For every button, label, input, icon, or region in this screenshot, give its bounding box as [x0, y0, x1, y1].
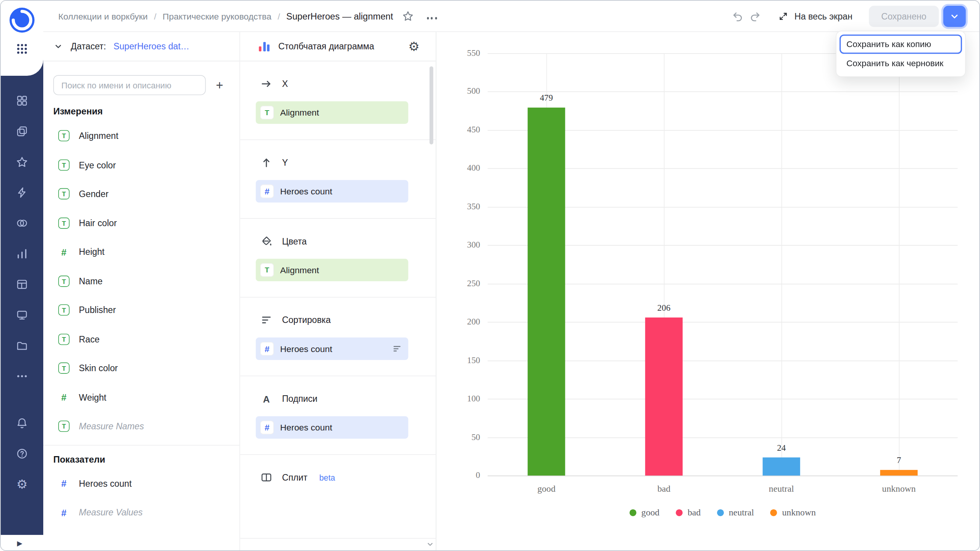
- breadcrumb-guides[interactable]: Практические руководства: [163, 11, 271, 21]
- app-window: ⚙ ▶ Коллекции и воркбуки / Практические …: [0, 0, 980, 551]
- measure-number-icon: #: [260, 421, 274, 434]
- legend-item[interactable]: bad: [676, 507, 701, 518]
- fullscreen-label: На весь экран: [794, 11, 853, 21]
- dimension-number-icon: #: [58, 246, 69, 258]
- charts-icon[interactable]: [15, 247, 29, 261]
- field-item[interactable]: TMeasure Names: [53, 412, 229, 441]
- filter-icon: [260, 548, 273, 551]
- dashboards-icon[interactable]: [15, 94, 29, 108]
- save-menu: Сохранить как копию Сохранить как чернов…: [836, 31, 966, 77]
- field-item[interactable]: TAlignment: [53, 121, 229, 150]
- save-dropdown-button[interactable]: [943, 5, 966, 27]
- sort-direction-icon[interactable]: [392, 344, 402, 354]
- app-sidebar: ⚙ ▶: [1, 1, 43, 551]
- apps-grid-icon[interactable]: [15, 42, 29, 56]
- collapse-chevron-icon[interactable]: [53, 41, 63, 51]
- bar-unknown[interactable]: [880, 470, 918, 476]
- add-field-button[interactable]: +: [209, 75, 229, 95]
- paint-bucket-icon: [260, 235, 273, 248]
- x-category-label: bad: [620, 484, 708, 494]
- field-label: Heroes count: [79, 479, 132, 489]
- labels-a-icon: A: [260, 393, 273, 405]
- dataset-panel: Датасет: SuperHeroes dat… + Измерения TA…: [43, 32, 240, 551]
- y-tick-label: 300: [441, 240, 480, 250]
- breadcrumb-collections[interactable]: Коллекции и воркбуки: [58, 11, 148, 21]
- chip-x-alignment[interactable]: TAlignment: [256, 101, 408, 124]
- field-label: Race: [79, 334, 100, 344]
- section-label: X: [282, 79, 288, 89]
- y-tick-label: 0: [441, 471, 480, 481]
- save-as-copy-item[interactable]: Сохранить как копию: [840, 34, 962, 54]
- notifications-bell-icon[interactable]: [15, 416, 29, 430]
- bar-bad[interactable]: [645, 317, 683, 475]
- dataset-name-link[interactable]: SuperHeroes dat…: [113, 41, 189, 51]
- legend-item[interactable]: neutral: [717, 507, 754, 518]
- bar-value-label: 24: [756, 443, 807, 453]
- bar-neutral[interactable]: [763, 457, 800, 476]
- datalens-logo[interactable]: [8, 7, 36, 34]
- undo-icon[interactable]: [729, 7, 746, 25]
- field-search-input[interactable]: [53, 75, 206, 95]
- section-labels: AПодписи #Heroes count: [240, 376, 436, 455]
- config-scrollbar-thumb[interactable]: [430, 66, 433, 144]
- dataset-panel-header: Датасет: SuperHeroes dat…: [43, 32, 240, 62]
- table-icon[interactable]: [15, 277, 29, 291]
- field-item[interactable]: TGender: [53, 179, 229, 209]
- favorite-star-icon[interactable]: [399, 7, 417, 25]
- expand-panel-icon[interactable]: ▶: [17, 540, 22, 547]
- help-icon[interactable]: [15, 447, 29, 461]
- legend-item[interactable]: unknown: [770, 507, 816, 518]
- field-item[interactable]: THair color: [53, 209, 229, 238]
- lightning-icon[interactable]: [15, 186, 29, 199]
- field-item[interactable]: TSkin color: [53, 354, 229, 383]
- field-item[interactable]: TName: [53, 267, 229, 296]
- y-tick-label: 550: [441, 48, 480, 58]
- field-label: Eye color: [79, 160, 116, 170]
- settings-gear-icon[interactable]: ⚙: [15, 478, 29, 491]
- split-icon: [260, 471, 273, 484]
- scroll-down-icon[interactable]: [426, 540, 434, 549]
- chip-sort-heroes-count[interactable]: #Heroes count: [256, 337, 408, 360]
- chip-labels-heroes-count[interactable]: #Heroes count: [256, 416, 408, 439]
- field-item[interactable]: #Weight: [53, 383, 229, 412]
- field-label: Gender: [79, 189, 108, 199]
- field-item[interactable]: #Heroes count: [53, 469, 229, 498]
- field-item[interactable]: TEye color: [53, 150, 229, 179]
- folder-icon[interactable]: [15, 339, 29, 352]
- section-label: Подписи: [282, 394, 318, 404]
- chevron-down-icon: [949, 10, 960, 21]
- field-item[interactable]: TRace: [53, 325, 229, 354]
- monitor-icon[interactable]: [15, 308, 29, 322]
- chart-type-label[interactable]: Столбчатая диаграмма: [278, 41, 374, 51]
- save-as-draft-item[interactable]: Сохранить как черновик: [840, 54, 962, 73]
- saved-button[interactable]: Сохранено: [869, 5, 939, 27]
- topbar-actions: На весь экран Сохранено: [729, 5, 966, 27]
- more-icon[interactable]: [15, 369, 29, 383]
- redo-icon[interactable]: [746, 7, 764, 25]
- chip-label: Heroes count: [280, 186, 332, 196]
- fullscreen-icon: [777, 10, 789, 21]
- more-actions-icon[interactable]: [423, 7, 441, 25]
- collections-icon[interactable]: [15, 124, 29, 138]
- favorites-star-icon[interactable]: [15, 155, 29, 169]
- column-chart-icon: [259, 41, 270, 51]
- field-item[interactable]: TPublisher: [53, 296, 229, 325]
- fullscreen-button[interactable]: На весь экран: [777, 10, 853, 21]
- y-tick-label: 200: [441, 317, 480, 327]
- chart-settings-gear-icon[interactable]: ⚙: [408, 40, 420, 53]
- venn-datasets-icon[interactable]: [15, 216, 29, 230]
- bar-good[interactable]: [528, 108, 565, 476]
- field-item[interactable]: #Height: [53, 238, 229, 267]
- chip-y-heroes-count[interactable]: #Heroes count: [256, 180, 408, 203]
- bar-value-label: 479: [521, 93, 572, 103]
- dimension-text-icon: T: [58, 421, 69, 432]
- sidebar-footer: ▶: [1, 535, 43, 551]
- field-item[interactable]: #Measure Values: [53, 498, 229, 527]
- dimension-text-icon: T: [260, 106, 274, 119]
- y-tick-label: 350: [441, 202, 480, 212]
- dataset-label: Датасет:: [71, 41, 106, 51]
- legend-item[interactable]: good: [629, 507, 659, 518]
- dimension-text-icon: T: [58, 363, 69, 374]
- dimensions-header: Измерения: [53, 106, 229, 116]
- chip-colors-alignment[interactable]: TAlignment: [256, 259, 408, 281]
